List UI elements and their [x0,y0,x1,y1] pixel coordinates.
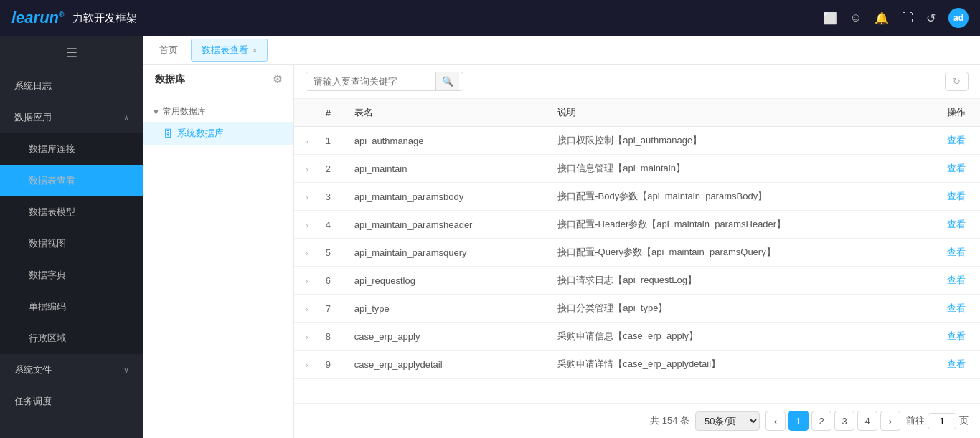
app-header: learun® 力软开发框架 ⬜ ☺ 🔔 ⛶ ↺ ad [0,0,980,36]
tab-close-icon[interactable]: × [253,46,257,54]
col-num: # [317,99,346,127]
row-action-cell[interactable]: 查看 [918,211,980,239]
row-expand-cell[interactable]: › [294,295,317,323]
search-input[interactable] [306,72,435,90]
prev-page-button[interactable]: ‹ [765,411,786,431]
row-num-cell: 2 [317,155,346,183]
expand-icon[interactable]: › [306,277,308,285]
next-page-button[interactable]: › [880,411,900,431]
row-action-cell[interactable]: 查看 [918,267,980,295]
page-size-select[interactable]: 10条/页20条/页50条/页100条/页 [695,411,760,431]
page-nav: ‹ 1234 › [765,411,900,431]
sidebar-item-datadict[interactable]: 数据字典 [0,260,143,291]
view-link[interactable]: 查看 [947,247,966,257]
view-link[interactable]: 查看 [947,219,966,229]
sidebar-item-taskschedule[interactable]: 任务调度 [0,386,143,417]
sidebar-item-datatablemodel[interactable]: 数据表模型 [0,196,143,228]
row-expand-cell[interactable]: › [294,267,317,295]
row-expand-cell[interactable]: › [294,211,317,239]
database-icon: 🗄 [164,128,173,139]
sidebar-item-datatableview[interactable]: 数据表查看 [0,165,143,196]
expand-icon[interactable]: › [306,137,308,146]
row-expand-cell[interactable]: › [294,127,317,155]
row-desc-cell: 接口分类管理【api_type】 [549,295,918,323]
app-title: 力软开发框架 [72,11,137,25]
sidebar-item-sysfile[interactable]: 系统文件 ∨ [0,354,143,386]
row-action-cell[interactable]: 查看 [918,239,980,267]
table-row: › 7 api_type 接口分类管理【api_type】 查看 [294,295,980,323]
avatar[interactable]: ad [948,8,969,28]
expand-icon[interactable]: › [306,305,308,313]
fullscreen-icon[interactable]: ⛶ [902,11,913,24]
row-expand-cell[interactable]: › [294,351,317,379]
col-action: 操作 [918,99,980,127]
row-desc-cell: 接口配置-Body参数【api_maintain_paramsBody】 [549,183,918,211]
expand-icon[interactable]: › [306,361,308,369]
data-table: # 表名 说明 操作 › 1 api_authmanage 接口权限控制【api… [294,99,980,403]
sidebar-toggle[interactable]: ☰ [0,36,143,70]
settings-icon[interactable]: ↺ [926,11,936,25]
page-goto-input[interactable] [928,413,956,429]
row-expand-cell[interactable]: › [294,239,317,267]
row-desc-cell: 接口权限控制【api_authmanage】 [549,127,918,155]
export-icon[interactable]: ⬜ [823,11,837,25]
row-name-cell: api_requestlog [346,267,550,295]
row-action-cell[interactable]: 查看 [918,127,980,155]
page-btn-4[interactable]: 4 [857,411,877,431]
expand-icon[interactable]: › [306,249,308,257]
row-action-cell[interactable]: 查看 [918,155,980,183]
row-action-cell[interactable]: 查看 [918,351,980,379]
page-btn-1[interactable]: 1 [788,411,809,431]
row-action-cell[interactable]: 查看 [918,295,980,323]
view-link[interactable]: 查看 [947,303,966,313]
row-num-cell: 8 [317,323,346,351]
search-box[interactable]: 🔍 [306,72,463,91]
notification-icon[interactable]: 🔔 [875,11,889,25]
refresh-button[interactable]: ↻ [945,72,969,91]
gear-icon[interactable]: ⚙ [273,73,282,86]
expand-icon[interactable]: › [306,333,308,341]
sidebar-item-dbconnect[interactable]: 数据库连接 [0,133,143,165]
search-button[interactable]: 🔍 [435,72,459,90]
row-desc-cell: 接口信息管理【api_maintain】 [549,155,918,183]
tab-home[interactable]: 首页 [149,39,188,61]
tabs-bar: 首页 数据表查看 × [143,36,980,65]
row-num-cell: 5 [317,239,346,267]
view-link[interactable]: 查看 [947,275,966,285]
db-tree-item-system[interactable]: 🗄 系统数据库 [143,122,293,145]
row-expand-cell[interactable]: › [294,183,317,211]
sidebar-item-singlecode[interactable]: 单据编码 [0,291,143,323]
tab-datatableview[interactable]: 数据表查看 × [191,39,268,62]
page-btn-2[interactable]: 2 [811,411,831,431]
table-header-row: # 表名 说明 操作 [294,99,980,127]
row-expand-cell[interactable]: › [294,155,317,183]
view-link[interactable]: 查看 [947,191,966,201]
expand-icon[interactable]: › [306,165,308,173]
db-panel: 数据库 ⚙ ▼ 常用数据库 🗄 系统数据库 [143,65,294,438]
sidebar-item-dataview[interactable]: 数据视图 [0,228,143,260]
expand-icon[interactable]: › [306,193,308,201]
row-action-cell[interactable]: 查看 [918,323,980,351]
row-name-cell: api_authmanage [346,127,550,155]
table-row: › 5 api_maintain_paramsquery 接口配置-Query参… [294,239,980,267]
expand-icon[interactable]: › [306,221,308,229]
page-btn-3[interactable]: 3 [834,411,854,431]
view-link[interactable]: 查看 [947,163,966,173]
chevron-up-icon: ∧ [123,113,129,123]
row-num-cell: 3 [317,183,346,211]
tree-arrow-icon: ▼ [152,108,160,116]
view-link[interactable]: 查看 [947,135,966,146]
view-link[interactable]: 查看 [947,330,966,341]
sidebar-item-dataapp[interactable]: 数据应用 ∧ [0,102,143,133]
sidebar-item-adminregion[interactable]: 行政区域 [0,323,143,354]
message-icon[interactable]: ☺ [850,11,862,24]
table-row: › 4 api_maintain_paramsheader 接口配置-Heade… [294,211,980,239]
row-action-cell[interactable]: 查看 [918,183,980,211]
hamburger-icon: ☰ [66,45,77,61]
table-row: › 8 case_erp_apply 采购申请信息【case_erp_apply… [294,323,980,351]
sidebar-item-syslog[interactable]: 系统日志 [0,70,143,102]
table-row: › 6 api_requestlog 接口请求日志【api_requestLog… [294,267,980,295]
row-expand-cell[interactable]: › [294,323,317,351]
page-buttons: 1234 [788,411,877,431]
view-link[interactable]: 查看 [947,358,966,369]
